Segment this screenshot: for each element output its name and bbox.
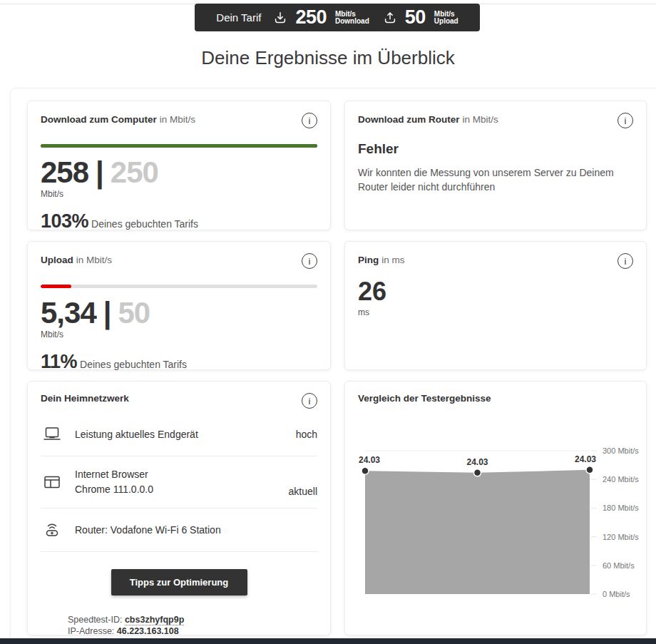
laptop-icon — [41, 424, 63, 445]
tariff-download-unit: Mbit/s — [335, 11, 369, 18]
card-title-suffix: in Mbit/s — [76, 255, 112, 265]
card-title-suffix: in Mbit/s — [160, 114, 195, 125]
svg-text:300 Mbit/s: 300 Mbit/s — [603, 446, 639, 455]
upload-unit: Mbit/s — [41, 329, 317, 339]
page-title: Deine Ergebnisse im Überblick — [0, 47, 656, 69]
detail-label: IP-Adresse: — [68, 626, 114, 636]
card-download-computer: Download zum Computerin Mbit/s i 258 | 2… — [27, 101, 331, 230]
card-title: Download zum Computer — [41, 114, 157, 125]
device-performance-status: hoch — [296, 429, 317, 440]
results-container: Download zum Computerin Mbit/s i 258 | 2… — [10, 88, 656, 644]
card-title-row: Pingin ms — [358, 253, 405, 266]
svg-text:120 Mbit/s: 120 Mbit/s — [603, 533, 639, 541]
value-separator: | — [103, 298, 111, 328]
card-title-row: Uploadin Mbit/s — [41, 253, 112, 266]
upload-percent: 11% — [41, 351, 77, 373]
browser-status: aktuell — [289, 486, 317, 497]
svg-text:0 Mbit/s: 0 Mbit/s — [603, 590, 630, 598]
upload-percent-suffix: Deines gebuchten Tarifs — [80, 359, 187, 370]
router-error-text: Wir konnten die Messung von unserem Serv… — [358, 165, 630, 195]
browser-icon — [41, 471, 63, 493]
browser-label: Internet Browser — [75, 469, 148, 480]
svg-text:24.03: 24.03 — [575, 454, 596, 464]
download-arrow-icon — [272, 10, 288, 26]
svg-text:24.03: 24.03 — [466, 457, 488, 467]
upload-tariff-value: 50 — [118, 298, 150, 328]
download-measured-value: 258 — [41, 158, 88, 188]
card-title: Download zum Router — [358, 114, 460, 125]
tips-button[interactable]: Tipps zur Optimierung — [111, 569, 247, 596]
card-home-network: Dein Heimnetzwerk i Leistung aktuelles E… — [27, 381, 331, 635]
card-title-row: Download zum Routerin Mbit/s — [358, 113, 498, 126]
footer-bar — [0, 638, 656, 644]
device-performance-label: Leistung aktuelles Endgerät — [75, 427, 285, 442]
browser-version: Chrome 111.0.0.0 — [75, 484, 153, 495]
download-percent: 103% — [41, 210, 88, 232]
info-icon[interactable]: i — [617, 253, 633, 269]
comparison-chart-svg: 300 Mbit/s240 Mbit/s180 Mbit/s120 Mbit/s… — [345, 382, 647, 636]
tariff-download-word: Download — [335, 18, 369, 25]
info-icon[interactable]: i — [617, 113, 633, 128]
browser-label-block: Internet Browser Chrome 111.0.0.0 — [75, 467, 277, 497]
upload-progress-fill — [41, 285, 71, 288]
info-icon[interactable]: i — [302, 393, 317, 409]
card-download-router: Download zum Routerin Mbit/s i Fehler Wi… — [344, 101, 647, 230]
router-icon — [41, 519, 63, 541]
svg-text:24.03: 24.03 — [359, 455, 380, 465]
home-network-row-device: Leistung aktuelles Endgerät hoch — [41, 413, 317, 456]
speedtest-id-value[interactable]: cbs3zhyfqp9p — [125, 615, 184, 625]
info-icon[interactable]: i — [302, 113, 317, 128]
tariff-upload-unit: Mbit/s — [434, 11, 458, 18]
tariff-upload-value: 50 — [405, 6, 426, 29]
tariff-download-unit-block: Mbit/s Download — [335, 11, 369, 25]
home-network-row-browser: Internet Browser Chrome 111.0.0.0 aktuel… — [41, 456, 317, 508]
download-tariff-value: 250 — [111, 158, 158, 188]
card-title-suffix: in Mbit/s — [463, 114, 498, 125]
router-error-title: Fehler — [358, 141, 633, 157]
ping-value: 26 — [358, 279, 633, 305]
card-title-row: Download zum Computerin Mbit/s — [41, 113, 195, 126]
card-comparison: Vergleich der Testergebnisse 300 Mbit/s2… — [344, 381, 647, 635]
router-label: Router: Vodafone Wi-Fi 6 Station — [75, 523, 317, 538]
tariff-label: Dein Tarif — [216, 11, 261, 24]
download-progress-track — [41, 144, 317, 148]
svg-text:180 Mbit/s: 180 Mbit/s — [603, 504, 639, 512]
tariff-download-value: 250 — [295, 6, 327, 29]
download-unit: Mbit/s — [41, 189, 317, 199]
card-ping: Pingin ms i 26 ms — [344, 241, 647, 370]
tariff-upload-unit-block: Mbit/s Upload — [434, 11, 458, 25]
card-title-suffix: in ms — [381, 255, 404, 265]
download-percent-suffix: Deines gebuchten Tarifs — [91, 218, 198, 230]
ip-address-value: 46.223.163.108 — [117, 626, 179, 636]
ping-unit: ms — [358, 307, 633, 317]
home-network-row-router: Router: Vodafone Wi-Fi 6 Station — [41, 508, 317, 552]
upload-measured-value: 5,34 — [41, 298, 96, 328]
value-separator: | — [96, 158, 103, 188]
upload-arrow-icon — [382, 10, 398, 26]
download-progress-fill — [41, 144, 317, 148]
detail-speedtest-id: Speedtest-ID: cbs3zhyfqp9p — [68, 614, 317, 625]
card-title: Upload — [41, 255, 73, 265]
card-upload: Uploadin Mbit/s i 5,34 | 50 Mbit/s 11% D… — [27, 241, 331, 370]
detail-label: Speedtest-ID: — [68, 615, 122, 625]
tariff-upload-word: Upload — [434, 18, 458, 25]
upload-progress-track — [41, 285, 317, 288]
detail-ip-address: IP-Adresse: 46.223.163.108 — [68, 625, 317, 637]
tariff-banner: Dein Tarif 250 Mbit/s Download 50 Mbit/s… — [195, 4, 480, 31]
card-title: Ping — [358, 255, 379, 265]
info-icon[interactable]: i — [302, 253, 317, 269]
svg-text:60 Mbit/s: 60 Mbit/s — [603, 561, 635, 570]
svg-text:240 Mbit/s: 240 Mbit/s — [603, 475, 639, 484]
card-title: Dein Heimnetzwerk — [41, 393, 129, 404]
